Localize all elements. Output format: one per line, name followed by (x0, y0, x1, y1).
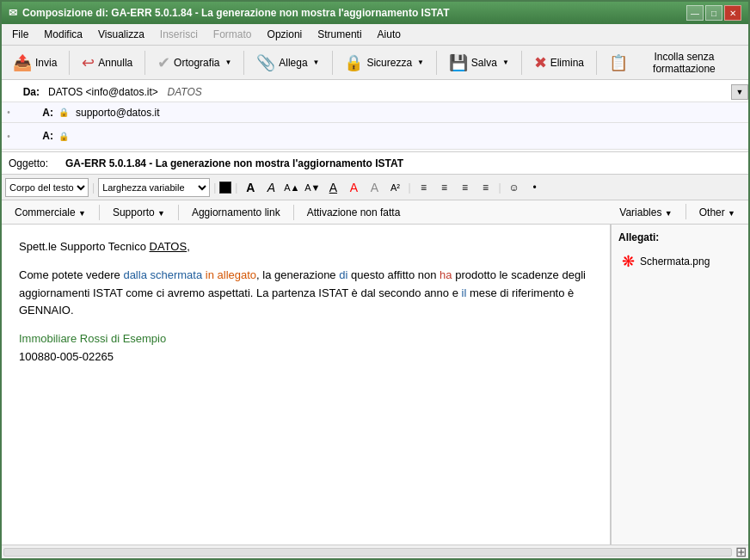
text-dalla: dalla schermata (123, 268, 202, 281)
to-label: A: (15, 107, 58, 119)
from-italic: DATOS (162, 86, 202, 98)
format-color[interactable]: A (344, 178, 363, 197)
window-icon: ✉ (9, 7, 17, 19)
quick-aggiornamento[interactable]: Aggiornamento link (184, 204, 288, 221)
variables-arrow: ▼ (665, 209, 673, 218)
cancel-icon: ↩ (82, 53, 95, 72)
color-box[interactable] (219, 182, 231, 194)
attachments-panel: Allegati: ❋ Schermata.png (611, 225, 748, 545)
spell-dropdown-arrow: ▼ (224, 58, 231, 66)
cc-address-icon: 🔒 (58, 132, 69, 141)
quick-other[interactable]: Other ▼ (692, 204, 743, 221)
format-size-down[interactable]: A▼ (303, 178, 322, 197)
quick-attivazione[interactable]: Attivazione non fatta (299, 204, 409, 221)
format-bold[interactable]: A (241, 178, 260, 197)
qs4 (685, 204, 686, 219)
attachment-name: Schermata.png (640, 255, 710, 268)
toolbar-separator-5 (436, 51, 437, 75)
cc-label: A: (15, 130, 58, 142)
close-button[interactable]: ✕ (724, 5, 741, 21)
format-italic[interactable]: A (261, 178, 280, 197)
format-align-center[interactable]: ≡ (435, 178, 454, 197)
paste-button[interactable]: 📋 Incolla senza formattazione (601, 49, 745, 77)
maximize-button[interactable]: □ (705, 5, 722, 21)
attach-button[interactable]: 📎 Allega ▼ (249, 49, 327, 77)
spell-icon: ✔ (157, 53, 170, 72)
menu-visualizza[interactable]: Visualizza (91, 26, 151, 43)
send-icon: 📤 (13, 53, 32, 72)
menu-inserisci[interactable]: Inserisci (153, 26, 205, 43)
attach-dropdown-arrow: ▼ (313, 58, 320, 66)
editor-area[interactable]: Spett.le Supporto Tecnico DATOS, Come po… (2, 225, 611, 545)
delete-icon: ✖ (534, 53, 547, 72)
format-align-right[interactable]: ≡ (456, 178, 475, 197)
text-ha: ha (440, 268, 452, 281)
toolbar-separator-2 (144, 51, 145, 75)
spell-button[interactable]: ✔ Ortografia ▼ (150, 49, 239, 77)
menu-formato[interactable]: Formato (206, 26, 259, 43)
menu-strumenti[interactable]: Strumenti (310, 26, 368, 43)
cancel-button[interactable]: ↩ Annulla (74, 49, 140, 77)
menu-modifica[interactable]: Modifica (37, 26, 89, 43)
menu-file[interactable]: File (5, 26, 35, 43)
format-list[interactable]: • (526, 178, 544, 197)
format-size-up[interactable]: A▲ (282, 178, 301, 197)
attachment-item[interactable]: ❋ Schermata.png (618, 249, 741, 274)
subject-label: Oggetto: (2, 157, 62, 169)
resize-icon: ⊞ (735, 544, 747, 560)
attachments-label: Allegati: (618, 231, 741, 243)
from-row: Da: DATOS <info@datos.it> DATOS ▼ (2, 82, 748, 102)
format-align-left[interactable]: ≡ (415, 178, 433, 197)
scrollbar-track[interactable] (3, 548, 732, 557)
save-dropdown-arrow: ▼ (502, 58, 509, 66)
cc-row: • A: 🔒 (2, 123, 748, 150)
subject-input[interactable] (62, 156, 748, 171)
format-superscript[interactable]: A² (385, 178, 404, 197)
cc-input[interactable] (72, 123, 748, 149)
menu-bar: File Modifica Visualizza Inserisci Forma… (2, 24, 748, 46)
title-bar: ✉ Composizione di: GA-ERR 5.0.1.84 - La … (2, 2, 748, 24)
quick-right: Variables ▼ Other ▼ (612, 204, 743, 221)
save-button[interactable]: 💾 Salva ▼ (441, 49, 517, 77)
format-highlight[interactable]: A (365, 178, 384, 197)
qs1 (99, 205, 100, 220)
title-bar-left: ✉ Composizione di: GA-ERR 5.0.1.84 - La … (9, 7, 449, 19)
commerciale-arrow: ▼ (78, 209, 86, 218)
font-select[interactable]: Larghezza variabile (98, 178, 210, 197)
quick-variables[interactable]: Variables ▼ (612, 204, 679, 221)
menu-aiuto[interactable]: Aiuto (371, 26, 408, 43)
send-button[interactable]: 📤 Invia (5, 49, 65, 77)
quick-supporto[interactable]: Supporto ▼ (105, 204, 173, 221)
to-input[interactable] (72, 105, 748, 120)
format-emoji[interactable]: ☺ (505, 178, 524, 197)
signature-code: 100880-005-02265 (19, 350, 114, 363)
qs3 (293, 205, 294, 220)
toolbar-separator-6 (521, 51, 522, 75)
to-row: • A: 🔒 (2, 102, 748, 123)
datos-underlined: DATOS (150, 240, 188, 253)
format-align-justify[interactable]: ≡ (476, 178, 495, 197)
toolbar-separator-3 (243, 51, 244, 75)
signature-name: Immobiliare Rossi di Esempio (19, 332, 166, 345)
cc-bullet: • (2, 132, 15, 141)
greeting-paragraph: Spett.le Supporto Tecnico DATOS, (19, 238, 593, 256)
security-dropdown-arrow: ▼ (417, 58, 424, 66)
menu-opzioni[interactable]: Opzioni (261, 26, 310, 43)
from-label: Da: (2, 86, 45, 98)
from-value: DATOS <info@datos.it> (48, 86, 158, 98)
window-title: Composizione di: GA-ERR 5.0.1.84 - La ge… (22, 7, 449, 19)
text-il: il (462, 286, 467, 299)
compose-window: ✉ Composizione di: GA-ERR 5.0.1.84 - La … (0, 0, 750, 560)
delete-button[interactable]: ✖ Elimina (526, 49, 592, 77)
security-button[interactable]: 🔒 Sicurezza ▼ (336, 49, 432, 77)
text-di: di (339, 268, 347, 281)
attach-icon: 📎 (256, 53, 275, 72)
style-select[interactable]: Corpo del testo (5, 178, 89, 197)
from-dropdown-button[interactable]: ▼ (731, 84, 748, 100)
paste-icon: 📋 (609, 53, 628, 72)
content-area: Spett.le Supporto Tecnico DATOS, Come po… (2, 225, 748, 545)
quick-commerciale[interactable]: Commerciale ▼ (7, 204, 94, 221)
minimize-button[interactable]: — (686, 5, 704, 21)
format-underline[interactable]: A (323, 178, 342, 197)
from-field: DATOS <info@datos.it> DATOS (45, 84, 731, 100)
